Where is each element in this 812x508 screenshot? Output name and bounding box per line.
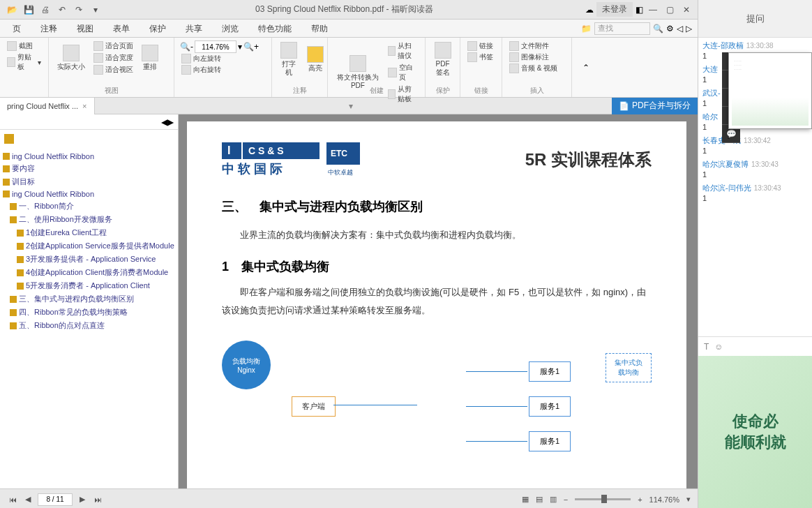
sidebar-toggle-icon[interactable]: ◀▶ bbox=[161, 117, 174, 127]
zoom-input[interactable] bbox=[195, 40, 236, 53]
emoji-icon[interactable]: ☺ bbox=[714, 342, 723, 352]
search-input[interactable]: 查找 bbox=[594, 22, 650, 35]
login-status[interactable]: 未登录 bbox=[596, 2, 633, 17]
layout-mode-icon[interactable]: ▥ bbox=[550, 495, 557, 504]
prev-page-icon[interactable]: ◀ bbox=[22, 494, 33, 505]
group-protect-label: 保护 bbox=[426, 86, 460, 96]
minimize-icon[interactable]: — bbox=[646, 3, 660, 16]
screenshot-button[interactable]: 截图 bbox=[6, 40, 43, 52]
fit-page-button[interactable]: 适合页面 bbox=[92, 40, 135, 52]
chat-timestamp: 13:30:42 bbox=[744, 137, 771, 144]
chat-username[interactable]: 哈尔滨-闫伟光 bbox=[702, 184, 751, 192]
ribbon-collapse-icon[interactable]: ⌃ bbox=[582, 63, 589, 73]
rotate-right-button[interactable]: 向右旋转 bbox=[180, 64, 266, 75]
bookmark-item[interactable]: ing Cloud Netflix Ribbon bbox=[0, 151, 178, 162]
menu-home[interactable]: 页 bbox=[3, 20, 31, 38]
bookmark-item[interactable]: 三、集中式与进程内负载均衡区别 bbox=[0, 292, 178, 306]
maximize-icon[interactable]: ▢ bbox=[663, 3, 677, 16]
bookmark-item[interactable]: 1创建Eureka Client工程 bbox=[0, 226, 178, 239]
next-result-icon[interactable]: ▷ bbox=[686, 24, 692, 33]
document-viewport[interactable]: I C S & S 中 软 国 际 ETC 中软卓越 5R 实训课程体系 三、 … bbox=[179, 114, 698, 488]
last-page-icon[interactable]: ⏭ bbox=[92, 494, 103, 505]
zoom-slider[interactable] bbox=[575, 498, 631, 500]
bookmark-item[interactable]: 3开发服务提供者 - Application Service bbox=[0, 253, 178, 266]
cloud-icon[interactable]: ☁ bbox=[585, 5, 594, 15]
bookmark-item[interactable]: 二、使用Ribbon开发微服务 bbox=[0, 213, 178, 226]
save-icon[interactable]: 💾 bbox=[22, 3, 35, 16]
chat-username[interactable]: 哈尔 bbox=[702, 112, 718, 121]
menu-form[interactable]: 表单 bbox=[103, 20, 140, 38]
zoom-dropdown-icon[interactable]: ▾ bbox=[686, 495, 691, 504]
pdf-sign-button[interactable]: PDF签名 bbox=[431, 40, 454, 78]
diagram-client-box: 客户端 bbox=[292, 396, 336, 417]
zoom-in-icon[interactable]: + bbox=[638, 495, 642, 504]
chat-username[interactable]: 大连-邵政楠 bbox=[702, 41, 744, 50]
zoom-out-icon[interactable]: − bbox=[564, 495, 568, 504]
bookmark-item[interactable]: 训目标 bbox=[0, 175, 178, 188]
gear-icon[interactable]: ⚙ bbox=[666, 24, 674, 33]
menu-help[interactable]: 帮助 bbox=[301, 20, 338, 38]
text-tool-icon[interactable]: T bbox=[704, 342, 709, 352]
chat-timestamp: 13:30:43 bbox=[754, 184, 781, 192]
bookmark-button[interactable]: 书签 bbox=[466, 52, 496, 63]
actual-size-button[interactable]: 实际大小 bbox=[54, 43, 88, 73]
bookmark-item[interactable]: 5开发服务消费者 - Application Client bbox=[0, 279, 178, 292]
menu-annotate[interactable]: 注释 bbox=[31, 20, 67, 38]
zoom-out-icon[interactable]: 🔍- bbox=[180, 42, 193, 52]
tab-close-icon[interactable]: × bbox=[82, 98, 87, 114]
zoom-dropdown-icon[interactable]: ▾ bbox=[238, 42, 242, 52]
chat-username[interactable]: 武汉- bbox=[702, 89, 721, 97]
skin-icon[interactable]: ◧ bbox=[636, 5, 643, 15]
svg-rect-0 bbox=[222, 142, 241, 159]
architecture-diagram: 客户端 负载均衡Nginx 服务1 服务1 服务1 集中式负载均衡 bbox=[222, 341, 652, 466]
chat-username[interactable]: 哈尔滨夏俊博 bbox=[702, 160, 749, 168]
from-scanner-button[interactable]: 从扫描仪 bbox=[386, 40, 419, 61]
next-page-icon[interactable]: ▶ bbox=[77, 494, 88, 505]
clipboard-button[interactable]: 剪贴板▾ bbox=[6, 52, 43, 73]
print-icon[interactable]: 🖨 bbox=[39, 3, 52, 16]
prev-result-icon[interactable]: ◁ bbox=[677, 24, 683, 33]
bookmark-panel-icon[interactable] bbox=[4, 134, 14, 144]
bookmark-item[interactable]: ing Cloud Netflix Ribbon bbox=[0, 188, 178, 200]
typewriter-button[interactable]: 打字机 bbox=[278, 40, 300, 78]
menu-browse[interactable]: 浏览 bbox=[212, 20, 248, 38]
redo-icon[interactable]: ↷ bbox=[73, 3, 85, 16]
image-annot-button[interactable]: 图像标注 bbox=[508, 52, 566, 63]
close-icon[interactable]: ✕ bbox=[679, 3, 693, 16]
chat-tab[interactable]: 提问 bbox=[698, 0, 812, 38]
document-tab[interactable]: pring Cloud Netflix ... × bbox=[0, 98, 95, 114]
undo-icon[interactable]: ↶ bbox=[56, 3, 68, 16]
highlight-button[interactable]: 高亮 bbox=[304, 45, 326, 74]
first-page-icon[interactable]: ⏮ bbox=[7, 494, 18, 505]
bookmark-item[interactable]: 2创建Application Service服务提供者Module bbox=[0, 239, 178, 253]
menu-protect[interactable]: 保护 bbox=[140, 20, 176, 38]
folder-search-icon[interactable]: 📁 bbox=[581, 24, 592, 33]
page-number-input[interactable] bbox=[38, 493, 73, 506]
blank-page-button[interactable]: 空白页 bbox=[386, 62, 419, 83]
layout-mode-icon[interactable]: ▦ bbox=[522, 495, 529, 504]
zoom-in-icon[interactable]: 🔍+ bbox=[243, 42, 259, 52]
reflow-button[interactable]: 重排 bbox=[139, 43, 161, 73]
menu-share[interactable]: 共享 bbox=[176, 20, 212, 38]
chat-username[interactable]: 大连 bbox=[702, 65, 718, 73]
ribbon: 截图 剪贴板▾ 实际大小 适合页面 适合宽度 适合视区 重排 视图 🔍- ▾ 🔍… bbox=[0, 38, 698, 98]
bookmark-item[interactable]: 五、Ribbon的点对点直连 bbox=[0, 319, 178, 332]
bookmark-icon bbox=[17, 230, 24, 237]
bookmark-item[interactable]: 要内容 bbox=[0, 162, 178, 175]
layout-mode-icon[interactable]: ▤ bbox=[536, 495, 543, 504]
menu-view[interactable]: 视图 bbox=[67, 20, 103, 38]
rotate-left-button[interactable]: 向左旋转 bbox=[180, 53, 266, 64]
open-icon[interactable]: 📂 bbox=[6, 3, 18, 16]
search-icon[interactable]: 🔍 bbox=[653, 24, 663, 33]
merge-split-button[interactable]: 📄 PDF合并与拆分 bbox=[612, 98, 698, 114]
audio-video-button[interactable]: 音频 & 视频 bbox=[508, 63, 566, 74]
fit-view-button[interactable]: 适合视区 bbox=[92, 64, 135, 75]
fit-width-button[interactable]: 适合宽度 bbox=[92, 52, 135, 64]
link-button[interactable]: 链接 bbox=[466, 40, 496, 52]
bookmark-item[interactable]: 4创建Application Client服务消费者Module bbox=[0, 266, 178, 279]
menu-features[interactable]: 特色功能 bbox=[248, 20, 301, 38]
bookmark-item[interactable]: 一、Ribbon简介 bbox=[0, 200, 178, 213]
bookmark-item[interactable]: 四、Ribbon常见的负载均衡策略 bbox=[0, 306, 178, 319]
dropdown-icon[interactable]: ▾ bbox=[89, 3, 102, 16]
file-attach-button[interactable]: 文件附件 bbox=[508, 40, 566, 52]
